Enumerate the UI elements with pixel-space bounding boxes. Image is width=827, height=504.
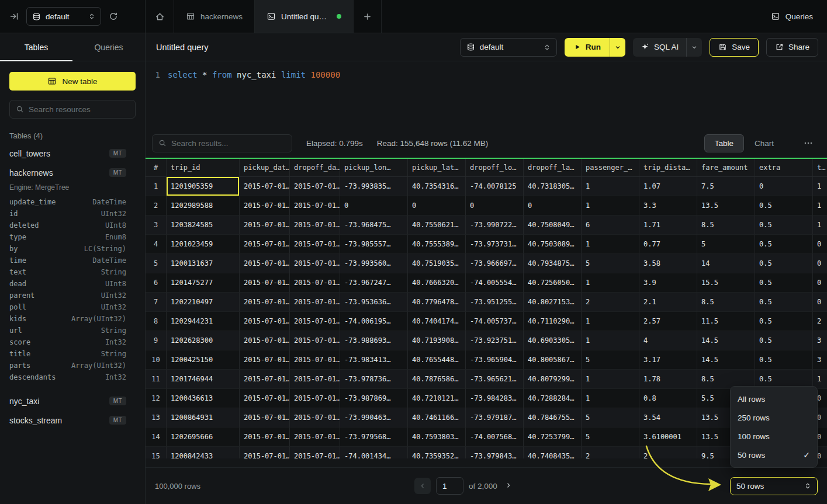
rows-option[interactable]: 250 rows [731,408,817,427]
table-cell[interactable]: 2015-07-01… [290,273,340,293]
table-cell[interactable]: 1201746944 [167,370,240,389]
table-cell[interactable]: 0 [813,235,827,254]
new-tab-button[interactable] [354,0,382,33]
table-cell[interactable]: 0.5 [755,273,813,293]
table-cell[interactable]: 2015-07-01… [290,177,340,196]
table-cell[interactable]: 0 [813,293,827,312]
table-cell[interactable]: 2015-07-01… [290,427,340,447]
rows-option[interactable]: All rows [731,390,817,408]
table-cell[interactable]: 1201023459 [167,235,240,254]
refresh-icon[interactable] [109,12,118,21]
column-header[interactable]: dropoff_da… [290,159,340,176]
table-cell[interactable]: -73.993835… [340,177,408,196]
table-cell[interactable]: 14.5 [697,350,755,370]
table-cell[interactable]: 0 [755,177,813,196]
table-cell[interactable]: 1202695666 [167,427,240,447]
table-cell[interactable]: 1200436613 [167,389,240,408]
table-cell[interactable]: 2015-07-01… [240,235,290,254]
row-number[interactable]: 2 [146,196,167,215]
rows-option[interactable]: 50 rows✓ [731,446,817,464]
table-cell[interactable]: -74.0078125 [466,177,524,196]
table-cell[interactable]: 15.5 [697,273,755,293]
table-cell[interactable]: 40.7934875… [524,254,582,273]
table-cell[interactable]: -73.923751… [466,331,524,350]
table-cell[interactable]: 0.5 [755,312,813,331]
rows-per-page-select[interactable]: 50 rows [730,477,818,495]
table-cell[interactable]: 8.5 [697,215,755,235]
table-cell[interactable]: 2015-07-01… [290,350,340,370]
table-cell[interactable]: 0.5 [755,235,813,254]
table-cell[interactable]: -73.968475… [340,215,408,235]
table-cell[interactable]: 1.71 [639,215,697,235]
table-cell[interactable]: 1 [582,177,639,196]
table-cell[interactable]: 1 [582,235,639,254]
table-cell[interactable]: 0 [340,196,408,215]
new-table-button[interactable]: New table [9,72,136,91]
table-cell[interactable]: 3.58 [639,254,697,273]
table-cell[interactable]: 3.17 [639,350,697,370]
table-cell[interactable]: 1200425150 [167,350,240,370]
table-cell[interactable]: 40.7519035… [408,254,466,273]
table-cell[interactable]: 40.7408435… [524,447,582,458]
table-cell[interactable]: -73.966697… [466,254,524,273]
query-database-selector[interactable]: default [460,38,557,57]
table-cell[interactable]: 40.7593803… [408,427,466,447]
table-cell[interactable]: 2015-07-01… [290,215,340,235]
sql-ai-button[interactable]: SQL AI [633,38,686,57]
table-cell[interactable]: 2015-07-01… [290,312,340,331]
table-cell[interactable]: 0.8 [639,389,697,408]
table-cell[interactable]: 40.7846755… [524,408,582,427]
table-cell[interactable]: 1 [582,312,639,331]
table-cell[interactable]: 2.1 [639,293,697,312]
table-cell[interactable]: 1200131637 [167,254,240,273]
view-chart-button[interactable]: Chart [744,134,784,152]
table-cell[interactable]: -73.951255… [466,293,524,312]
table-cell[interactable]: 2015-07-01… [240,273,290,293]
table-cell[interactable]: 40.7550621… [408,215,466,235]
table-cell[interactable]: 1 [582,331,639,350]
table-cell[interactable]: 1200864931 [167,408,240,427]
column-header[interactable]: t… [813,159,827,176]
table-cell[interactable]: 40.7288284… [524,389,582,408]
table-cell[interactable]: 1.78 [639,370,697,389]
column-header[interactable]: pickup_lat… [408,159,466,176]
rows-option[interactable]: 100 rows [731,427,817,446]
column-header[interactable]: passenger_… [582,159,639,176]
column-header[interactable]: pickup_lon… [340,159,408,176]
table-cell[interactable]: 40.7508049… [524,215,582,235]
table-cell[interactable]: 1.07 [639,177,697,196]
table-cell[interactable]: 2015-07-01… [240,389,290,408]
row-number[interactable]: 10 [146,350,167,370]
tab-untitled-query[interactable]: Untitled qu… [255,0,354,33]
table-cell[interactable]: 5 [582,427,639,447]
row-number[interactable]: 3 [146,215,167,235]
table-cell[interactable]: 4 [639,331,697,350]
table-cell[interactable]: 2 [813,312,827,331]
table-cell[interactable]: 3.6100001 [639,427,697,447]
table-cell[interactable]: -73.987869… [340,389,408,408]
table-cell[interactable]: 1202628300 [167,331,240,350]
sidebar-tab-tables[interactable]: Tables [0,33,72,61]
column-header[interactable]: trip_id [167,159,240,176]
sidebar-item-hackernews[interactable]: hackernews MT [0,163,145,182]
home-tab[interactable] [146,0,174,33]
table-cell[interactable]: 0 [408,196,466,215]
table-cell[interactable]: 2015-07-01… [290,293,340,312]
column-header[interactable]: dropoff_la… [524,159,582,176]
table-cell[interactable]: 1 [582,389,639,408]
sql-editor[interactable]: 1 select * from nyc_taxi limit 100000 [146,61,827,131]
table-cell[interactable]: 40.7555389… [408,235,466,254]
column-header[interactable]: # [146,159,167,176]
table-cell[interactable]: 1 [582,273,639,293]
table-cell[interactable]: 40.7318305… [524,177,582,196]
row-number[interactable]: 5 [146,254,167,273]
table-cell[interactable]: 0.5 [755,293,813,312]
table-cell[interactable]: -73.990463… [340,408,408,427]
row-number[interactable]: 13 [146,408,167,427]
table-cell[interactable]: 6 [582,215,639,235]
page-number-input[interactable] [436,477,463,495]
table-cell[interactable]: 8.5 [697,293,755,312]
sidebar-item-nyc-taxi[interactable]: nyc_taxi MT [0,391,145,411]
table-cell[interactable]: 2015-07-01… [240,447,290,458]
table-cell[interactable]: 0 [813,254,827,273]
